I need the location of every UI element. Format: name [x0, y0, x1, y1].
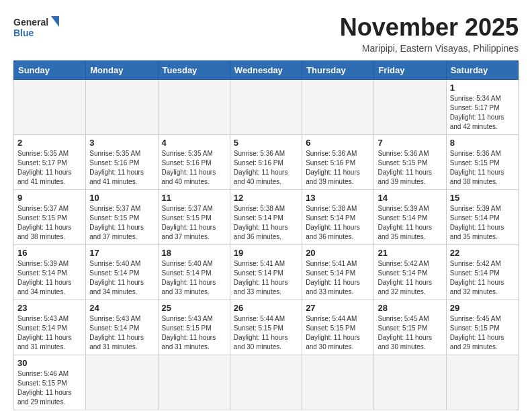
day-number: 1	[450, 83, 515, 93]
week-row-2: 2Sunrise: 5:35 AMSunset: 5:17 PMDaylight…	[14, 135, 519, 190]
day-number: 30	[17, 358, 82, 368]
day-info: Sunrise: 5:44 AMSunset: 5:15 PMDaylight:…	[234, 314, 298, 352]
week-row-3: 9Sunrise: 5:37 AMSunset: 5:15 PMDaylight…	[14, 190, 519, 245]
day-info: Sunrise: 5:41 AMSunset: 5:14 PMDaylight:…	[234, 259, 298, 297]
day-info: Sunrise: 5:37 AMSunset: 5:15 PMDaylight:…	[162, 204, 226, 242]
calendar: SundayMondayTuesdayWednesdayThursdayFrid…	[13, 60, 519, 410]
day-info: Sunrise: 5:39 AMSunset: 5:14 PMDaylight:…	[17, 259, 82, 297]
day-info: Sunrise: 5:36 AMSunset: 5:16 PMDaylight:…	[306, 149, 370, 187]
day-info: Sunrise: 5:39 AMSunset: 5:14 PMDaylight:…	[450, 204, 515, 242]
day-info: Sunrise: 5:39 AMSunset: 5:14 PMDaylight:…	[378, 204, 442, 242]
day-info: Sunrise: 5:42 AMSunset: 5:14 PMDaylight:…	[378, 259, 442, 297]
calendar-cell: 7Sunrise: 5:36 AMSunset: 5:15 PMDaylight…	[374, 135, 446, 190]
calendar-cell: 25Sunrise: 5:43 AMSunset: 5:15 PMDayligh…	[158, 300, 230, 355]
day-info: Sunrise: 5:44 AMSunset: 5:15 PMDaylight:…	[306, 314, 370, 352]
svg-marker-2	[51, 16, 59, 27]
location: Maripipi, Eastern Visayas, Philippines	[340, 43, 519, 54]
day-info: Sunrise: 5:37 AMSunset: 5:15 PMDaylight:…	[89, 204, 154, 242]
day-info: Sunrise: 5:36 AMSunset: 5:15 PMDaylight:…	[450, 149, 515, 187]
weekday-sunday: Sunday	[14, 61, 86, 80]
day-info: Sunrise: 5:40 AMSunset: 5:14 PMDaylight:…	[89, 259, 154, 297]
calendar-cell	[86, 80, 158, 135]
weekday-tuesday: Tuesday	[158, 61, 230, 80]
calendar-cell: 22Sunrise: 5:42 AMSunset: 5:14 PMDayligh…	[446, 245, 518, 300]
day-info: Sunrise: 5:40 AMSunset: 5:14 PMDaylight:…	[162, 259, 226, 297]
calendar-cell	[230, 80, 302, 135]
day-info: Sunrise: 5:38 AMSunset: 5:14 PMDaylight:…	[306, 204, 370, 242]
calendar-cell: 10Sunrise: 5:37 AMSunset: 5:15 PMDayligh…	[86, 190, 158, 245]
day-number: 27	[306, 303, 370, 313]
day-number: 19	[234, 248, 298, 258]
day-number: 15	[450, 193, 515, 203]
weekday-header-row: SundayMondayTuesdayWednesdayThursdayFrid…	[14, 61, 519, 80]
weekday-saturday: Saturday	[446, 61, 518, 80]
title-section: November 2025 Maripipi, Eastern Visayas,…	[340, 13, 519, 54]
day-number: 16	[17, 248, 82, 258]
day-info: Sunrise: 5:36 AMSunset: 5:15 PMDaylight:…	[378, 149, 442, 187]
day-number: 22	[450, 248, 515, 258]
calendar-cell: 1Sunrise: 5:34 AMSunset: 5:17 PMDaylight…	[446, 80, 518, 135]
calendar-cell	[302, 355, 374, 410]
day-info: Sunrise: 5:36 AMSunset: 5:16 PMDaylight:…	[234, 149, 298, 187]
calendar-cell	[446, 355, 518, 410]
day-info: Sunrise: 5:43 AMSunset: 5:14 PMDaylight:…	[89, 314, 154, 352]
calendar-cell: 24Sunrise: 5:43 AMSunset: 5:14 PMDayligh…	[86, 300, 158, 355]
calendar-cell: 3Sunrise: 5:35 AMSunset: 5:16 PMDaylight…	[86, 135, 158, 190]
day-number: 26	[234, 303, 298, 313]
day-info: Sunrise: 5:35 AMSunset: 5:17 PMDaylight:…	[17, 149, 82, 187]
calendar-cell: 19Sunrise: 5:41 AMSunset: 5:14 PMDayligh…	[230, 245, 302, 300]
calendar-cell: 15Sunrise: 5:39 AMSunset: 5:14 PMDayligh…	[446, 190, 518, 245]
day-info: Sunrise: 5:45 AMSunset: 5:15 PMDaylight:…	[450, 314, 515, 352]
page: General Blue November 2025 Maripipi, Eas…	[0, 0, 532, 411]
calendar-cell	[374, 355, 446, 410]
day-number: 17	[89, 248, 154, 258]
calendar-cell: 17Sunrise: 5:40 AMSunset: 5:14 PMDayligh…	[86, 245, 158, 300]
calendar-cell: 23Sunrise: 5:43 AMSunset: 5:14 PMDayligh…	[14, 300, 86, 355]
day-number: 2	[17, 138, 82, 148]
day-info: Sunrise: 5:37 AMSunset: 5:15 PMDaylight:…	[17, 204, 82, 242]
day-number: 7	[378, 138, 442, 148]
day-number: 12	[234, 193, 298, 203]
day-number: 25	[162, 303, 226, 313]
calendar-cell	[86, 355, 158, 410]
day-number: 11	[162, 193, 226, 203]
day-number: 3	[89, 138, 154, 148]
svg-text:Blue: Blue	[13, 28, 34, 38]
month-title: November 2025	[340, 13, 519, 42]
header: General Blue November 2025 Maripipi, Eas…	[13, 13, 519, 54]
week-row-5: 23Sunrise: 5:43 AMSunset: 5:14 PMDayligh…	[14, 300, 519, 355]
weekday-monday: Monday	[86, 61, 158, 80]
calendar-cell	[14, 80, 86, 135]
calendar-cell: 27Sunrise: 5:44 AMSunset: 5:15 PMDayligh…	[302, 300, 374, 355]
day-number: 29	[450, 303, 515, 313]
calendar-cell: 13Sunrise: 5:38 AMSunset: 5:14 PMDayligh…	[302, 190, 374, 245]
day-number: 20	[306, 248, 370, 258]
day-info: Sunrise: 5:43 AMSunset: 5:14 PMDaylight:…	[17, 314, 82, 352]
calendar-cell: 5Sunrise: 5:36 AMSunset: 5:16 PMDaylight…	[230, 135, 302, 190]
calendar-cell	[230, 355, 302, 410]
calendar-cell: 20Sunrise: 5:41 AMSunset: 5:14 PMDayligh…	[302, 245, 374, 300]
calendar-cell: 14Sunrise: 5:39 AMSunset: 5:14 PMDayligh…	[374, 190, 446, 245]
logo: General Blue	[13, 13, 60, 43]
calendar-cell: 11Sunrise: 5:37 AMSunset: 5:15 PMDayligh…	[158, 190, 230, 245]
calendar-cell: 16Sunrise: 5:39 AMSunset: 5:14 PMDayligh…	[14, 245, 86, 300]
day-number: 10	[89, 193, 154, 203]
weekday-thursday: Thursday	[302, 61, 374, 80]
calendar-cell: 28Sunrise: 5:45 AMSunset: 5:15 PMDayligh…	[374, 300, 446, 355]
day-info: Sunrise: 5:46 AMSunset: 5:15 PMDaylight:…	[17, 369, 82, 407]
week-row-1: 1Sunrise: 5:34 AMSunset: 5:17 PMDaylight…	[14, 80, 519, 135]
day-info: Sunrise: 5:43 AMSunset: 5:15 PMDaylight:…	[162, 314, 226, 352]
calendar-cell: 21Sunrise: 5:42 AMSunset: 5:14 PMDayligh…	[374, 245, 446, 300]
day-number: 6	[306, 138, 370, 148]
day-number: 23	[17, 303, 82, 313]
calendar-cell: 9Sunrise: 5:37 AMSunset: 5:15 PMDaylight…	[14, 190, 86, 245]
day-number: 24	[89, 303, 154, 313]
calendar-cell: 8Sunrise: 5:36 AMSunset: 5:15 PMDaylight…	[446, 135, 518, 190]
day-info: Sunrise: 5:41 AMSunset: 5:14 PMDaylight:…	[306, 259, 370, 297]
calendar-cell: 2Sunrise: 5:35 AMSunset: 5:17 PMDaylight…	[14, 135, 86, 190]
calendar-cell: 26Sunrise: 5:44 AMSunset: 5:15 PMDayligh…	[230, 300, 302, 355]
day-info: Sunrise: 5:45 AMSunset: 5:15 PMDaylight:…	[378, 314, 442, 352]
calendar-cell	[302, 80, 374, 135]
calendar-cell: 12Sunrise: 5:38 AMSunset: 5:14 PMDayligh…	[230, 190, 302, 245]
day-info: Sunrise: 5:38 AMSunset: 5:14 PMDaylight:…	[234, 204, 298, 242]
